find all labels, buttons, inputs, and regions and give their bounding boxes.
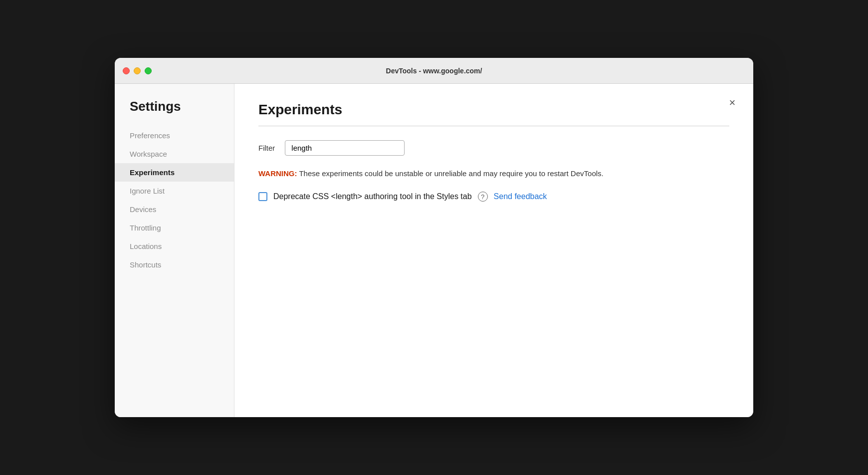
warning-body: These experiments could be unstable or u… [297,169,604,178]
sidebar-item-shortcuts[interactable]: Shortcuts [115,255,234,274]
traffic-lights [123,67,152,74]
filter-input[interactable] [285,140,405,156]
main-content: × Experiments Filter WARNING: These expe… [234,84,753,417]
sidebar: Settings Preferences Workspace Experimen… [115,84,234,417]
send-feedback-link[interactable]: Send feedback [494,192,547,201]
window-title: DevTools - www.google.com/ [386,67,482,75]
titlebar: DevTools - www.google.com/ [115,58,753,84]
section-divider [258,126,729,126]
maximize-traffic-light[interactable] [145,67,152,74]
minimize-traffic-light[interactable] [134,67,141,74]
close-traffic-light[interactable] [123,67,130,74]
experiment-checkbox-0[interactable] [258,192,267,201]
sidebar-title: Settings [115,99,234,126]
help-icon[interactable]: ? [478,192,488,202]
sidebar-item-preferences[interactable]: Preferences [115,126,234,145]
filter-row: Filter [258,140,729,156]
experiment-label-0: Deprecate CSS <length> authoring tool in… [273,192,472,201]
sidebar-item-throttling[interactable]: Throttling [115,219,234,237]
section-title: Experiments [258,102,729,118]
warning-label: WARNING: [258,169,297,178]
devtools-window: DevTools - www.google.com/ Settings Pref… [115,58,753,417]
experiment-row-0: Deprecate CSS <length> authoring tool in… [258,192,729,202]
window-content: Settings Preferences Workspace Experimen… [115,84,753,417]
filter-label: Filter [258,144,275,152]
sidebar-item-ignore-list[interactable]: Ignore List [115,182,234,200]
sidebar-item-locations[interactable]: Locations [115,237,234,255]
sidebar-item-workspace[interactable]: Workspace [115,145,234,163]
sidebar-item-experiments[interactable]: Experiments [115,163,234,182]
warning-text: WARNING: These experiments could be unst… [258,168,729,180]
close-button[interactable]: × [725,96,739,110]
sidebar-item-devices[interactable]: Devices [115,200,234,219]
